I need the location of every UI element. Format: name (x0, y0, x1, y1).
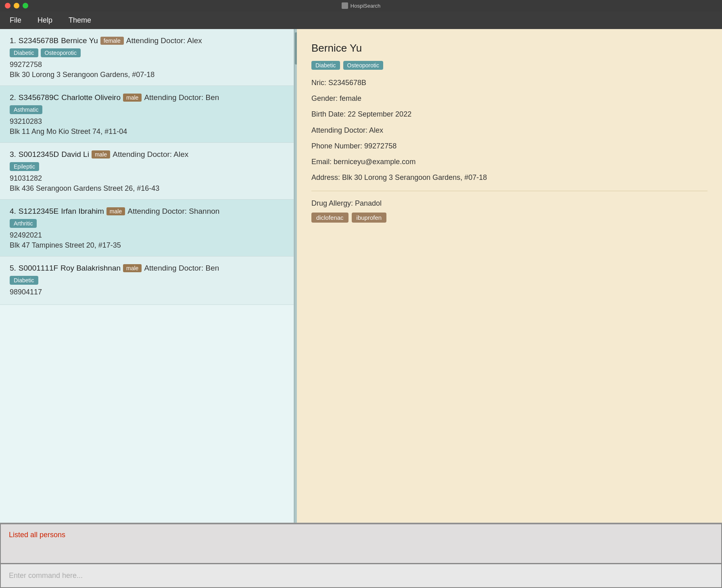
gender-badge-2: male (123, 94, 142, 102)
tag-diabetic-5: Diabetic (10, 276, 38, 285)
drug-tag-ibuprofen: ibuprofen (352, 213, 387, 223)
patient-card-1[interactable]: 1. S2345678B Bernice Yu female Attending… (0, 29, 294, 86)
patient-nric-4: S1212345E (19, 207, 58, 216)
patient-tags-5: Diabetic (10, 276, 284, 285)
attending-doctor-1: Attending Doctor: Alex (126, 36, 202, 45)
gender-badge-4: male (106, 207, 125, 215)
patient-number-3: 3. (10, 150, 16, 159)
traffic-lights (5, 3, 28, 8)
detail-tags: Diabetic Osteoporotic (311, 61, 707, 70)
patient-address-3: Blk 436 Serangoon Gardens Street 26, #16… (10, 184, 284, 193)
title-bar: HospiSearch (0, 0, 722, 11)
drug-tag-diclofenac: diclofenac (311, 213, 348, 223)
minimize-button[interactable] (14, 3, 19, 8)
detail-drug-tags: diclofenac ibuprofen (311, 213, 707, 223)
patient-card-3[interactable]: 3. S0012345D David Li male Attending Doc… (0, 143, 294, 200)
detail-tag-osteoporotic: Osteoporotic (343, 61, 383, 70)
patient-address-4: Blk 47 Tampines Street 20, #17-35 (10, 241, 284, 250)
patient-tags-4: Arthritic (10, 219, 284, 228)
patient-number-2: 2. (10, 93, 16, 102)
detail-drug-allergy-label: Drug Allergy: Panadol (311, 199, 707, 208)
patient-name-1: Bernice Yu (61, 36, 98, 45)
detail-nric: Nric: S2345678B (311, 78, 707, 88)
patient-address-1: Blk 30 Lorong 3 Serangoon Gardens, #07-1… (10, 71, 284, 79)
patient-address-2: Blk 11 Ang Mo Kio Street 74, #11-04 (10, 127, 284, 136)
detail-phone: Phone Number: 99272758 (311, 141, 707, 151)
detail-gender: Gender: female (311, 94, 707, 104)
menu-bar: File Help Theme (0, 11, 722, 29)
main-content: 1. S2345678B Bernice Yu female Attending… (0, 29, 722, 523)
patient-phone-4: 92492021 (10, 231, 284, 240)
tag-arthritic-4: Arthritic (10, 219, 37, 228)
patient-header-3: 3. S0012345D David Li male Attending Doc… (10, 150, 284, 159)
patient-tags-2: Asthmatic (10, 105, 284, 114)
detail-attending-doctor: Attending Doctor: Alex (311, 125, 707, 136)
patient-phone-1: 99272758 (10, 60, 284, 69)
output-panel: Listed all persons (0, 523, 722, 564)
attending-doctor-2: Attending Doctor: Ben (144, 93, 219, 102)
patient-name-2: Charlotte Oliveiro (61, 93, 121, 102)
maximize-button[interactable] (23, 3, 28, 8)
patient-name-3: David Li (61, 150, 89, 159)
patient-number-5: 5. (10, 264, 16, 273)
close-button[interactable] (5, 3, 10, 8)
app-icon (342, 2, 348, 9)
patient-nric-2: S3456789C (19, 93, 59, 102)
patient-card-2[interactable]: 2. S3456789C Charlotte Oliveiro male Att… (0, 86, 294, 143)
patient-tags-3: Epileptic (10, 162, 284, 171)
patient-number-1: 1. (10, 36, 16, 45)
patient-header-4: 4. S1212345E Irfan Ibrahim male Attendin… (10, 207, 284, 216)
detail-patient-name: Bernice Yu (311, 42, 707, 54)
patient-nric-5: S0001111F (19, 264, 58, 273)
gender-badge-1: female (100, 37, 124, 45)
detail-email: Email: berniceyu@example.com (311, 157, 707, 167)
patient-list[interactable]: 1. S2345678B Bernice Yu female Attending… (0, 29, 294, 523)
patient-phone-3: 91031282 (10, 174, 284, 183)
patient-number-4: 4. (10, 207, 16, 216)
patient-card-4[interactable]: 4. S1212345E Irfan Ibrahim male Attendin… (0, 200, 294, 256)
menu-help[interactable]: Help (34, 15, 56, 26)
attending-doctor-4: Attending Doctor: Shannon (127, 207, 219, 216)
patient-detail-panel: Bernice Yu Diabetic Osteoporotic Nric: S… (297, 29, 722, 523)
tag-osteoporotic-1: Osteoporotic (41, 48, 81, 57)
bottom-section: Listed all persons (0, 523, 722, 588)
patient-nric-1: S2345678B (19, 36, 58, 45)
tag-asthmatic-2: Asthmatic (10, 105, 42, 114)
gender-badge-5: male (123, 264, 142, 272)
patient-name-5: Roy Balakrishnan (61, 264, 121, 273)
detail-divider (311, 191, 707, 191)
patient-header-1: 1. S2345678B Bernice Yu female Attending… (10, 36, 284, 45)
patient-tags-1: Diabetic Osteoporotic (10, 48, 284, 57)
tag-epileptic-3: Epileptic (10, 162, 39, 171)
patient-nric-3: S0012345D (19, 150, 59, 159)
menu-theme[interactable]: Theme (65, 15, 94, 26)
command-input[interactable] (1, 564, 721, 587)
attending-doctor-5: Attending Doctor: Ben (144, 264, 219, 273)
patient-card-5[interactable]: 5. S0001111F Roy Balakrishnan male Atten… (0, 256, 294, 305)
menu-file[interactable]: File (6, 15, 25, 26)
window-title: HospiSearch (342, 2, 380, 9)
detail-birthdate: Birth Date: 22 September 2022 (311, 109, 707, 119)
patient-phone-2: 93210283 (10, 117, 284, 126)
patient-phone-5: 98904117 (10, 288, 284, 296)
attending-doctor-3: Attending Doctor: Alex (113, 150, 188, 159)
patient-header-5: 5. S0001111F Roy Balakrishnan male Atten… (10, 264, 284, 273)
patient-header-2: 2. S3456789C Charlotte Oliveiro male Att… (10, 93, 284, 102)
gender-badge-3: male (92, 150, 110, 158)
output-text: Listed all persons (9, 531, 713, 539)
detail-address: Address: Blk 30 Lorong 3 Serangoon Garde… (311, 173, 707, 183)
tag-diabetic-1: Diabetic (10, 48, 38, 57)
command-panel[interactable] (0, 564, 722, 588)
detail-tag-diabetic: Diabetic (311, 61, 340, 70)
patient-name-4: Irfan Ibrahim (61, 207, 104, 216)
